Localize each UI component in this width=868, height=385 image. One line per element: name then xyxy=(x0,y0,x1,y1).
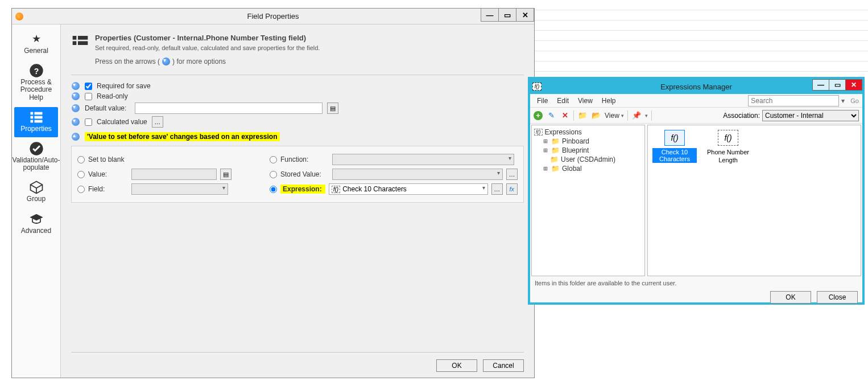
expand-required-icon[interactable] xyxy=(72,82,80,90)
radio-field[interactable] xyxy=(77,186,85,193)
svg-rect-6 xyxy=(30,120,33,122)
sidebar-item-group[interactable]: Group xyxy=(14,177,58,207)
expand-default-icon[interactable] xyxy=(72,104,80,112)
list-icon xyxy=(28,112,44,123)
tree-pinboard[interactable]: ⊞📁Pinboard xyxy=(534,137,642,146)
tree-global[interactable]: ⊞📁Global xyxy=(534,164,642,173)
close-button[interactable]: ✕ xyxy=(516,8,534,22)
calculated-checkbox[interactable] xyxy=(85,118,92,126)
item-label: Phone Number Length xyxy=(707,149,749,163)
radio-value-label: Value: xyxy=(88,170,128,178)
expression-browse-button[interactable]: … xyxy=(491,183,503,195)
edit-icon[interactable]: ✎ xyxy=(546,110,556,121)
more-suffix: ) for more options xyxy=(172,58,226,65)
tree-user[interactable]: 📁User (CSDAdmin) xyxy=(534,155,642,164)
sidebar-item-label: Advanced xyxy=(21,227,51,235)
tree-blueprint[interactable]: ⊞📁Blueprint xyxy=(534,146,642,155)
sidebar-item-properties[interactable]: Properties xyxy=(14,107,58,137)
ok-button[interactable]: OK xyxy=(436,359,477,372)
tree-root[interactable]: f()Expressions xyxy=(534,128,642,137)
menu-help[interactable]: Help xyxy=(598,96,619,106)
maximize-button[interactable]: ▭ xyxy=(829,79,846,91)
expand-readonly-icon[interactable] xyxy=(72,92,80,100)
folder-icon: 📁 xyxy=(551,165,560,173)
close-button[interactable]: ✕ xyxy=(845,79,862,91)
body: f()Expressions ⊞📁Pinboard ⊞📁Blueprint 📁U… xyxy=(530,124,862,277)
radio-value[interactable] xyxy=(77,171,85,178)
maximize-button[interactable]: ▭ xyxy=(498,8,516,22)
menu-edit[interactable]: Edit xyxy=(553,96,572,106)
titlebar[interactable]: Field Properties — ▭ ✕ xyxy=(12,9,534,24)
go-button[interactable]: Go xyxy=(850,97,859,104)
value-picker-button[interactable]: ▤ xyxy=(220,169,232,180)
default-value-picker-button[interactable]: ▤ xyxy=(327,103,338,114)
separator xyxy=(573,110,574,121)
radio-blank[interactable] xyxy=(77,156,85,163)
value-before-save-panel: Set to blank Value: ▤ Field: xyxy=(71,146,524,203)
calculated-label: Calculated value xyxy=(97,118,147,126)
vbs-label: 'Value to set before save' changes based… xyxy=(85,132,280,141)
add-icon[interactable]: + xyxy=(534,111,543,120)
svg-rect-3 xyxy=(34,112,42,114)
menu-bar: File Edit View Help ▾ Go xyxy=(530,94,862,108)
stored-dropdown[interactable] xyxy=(332,169,503,180)
association-label: Association: xyxy=(723,112,760,120)
content-title: Properties (Customer - Internal.Phone Nu… xyxy=(95,34,320,42)
pin-icon[interactable]: 📌 xyxy=(631,110,642,121)
field-dropdown[interactable] xyxy=(131,183,228,195)
fx-icon: f() xyxy=(534,129,543,136)
item-check-10-characters[interactable]: f() Check 10 Characters xyxy=(652,130,697,163)
pin-dropdown-icon[interactable]: ▾ xyxy=(645,113,648,118)
value-input[interactable] xyxy=(131,169,217,180)
radio-blank-label: Set to blank xyxy=(88,155,128,163)
ok-button[interactable]: OK xyxy=(770,291,811,304)
view-menu[interactable]: View▾ xyxy=(605,112,624,120)
calculated-options-button[interactable]: … xyxy=(152,116,163,128)
readonly-label: Read-only xyxy=(97,92,128,100)
fx-icon: f() xyxy=(718,130,738,146)
titlebar[interactable]: f() Expressions Manager — ▭ ✕ xyxy=(530,79,862,94)
minimize-button[interactable]: — xyxy=(812,79,829,91)
fx-icon: f() xyxy=(664,130,685,146)
radio-stored[interactable] xyxy=(270,171,277,178)
expression-dropdown[interactable]: f() Check 10 Characters xyxy=(329,183,488,195)
minimize-button[interactable]: — xyxy=(481,8,499,22)
sidebar-item-validation[interactable]: Validation/Auto-populate xyxy=(14,138,58,176)
item-phone-number-length[interactable]: f() Phone Number Length xyxy=(706,130,750,164)
svg-text:?: ? xyxy=(34,67,39,76)
graduation-cap-icon xyxy=(28,214,44,225)
menu-file[interactable]: File xyxy=(534,96,551,106)
cancel-button[interactable]: Cancel xyxy=(483,359,524,372)
close-button[interactable]: Close xyxy=(817,291,858,304)
readonly-checkbox[interactable] xyxy=(85,93,92,100)
collapse-vbs-icon[interactable] xyxy=(72,133,80,141)
expand-calculated-icon[interactable] xyxy=(72,118,80,126)
svg-rect-4 xyxy=(30,116,33,118)
search-input[interactable] xyxy=(748,95,839,107)
sidebar-item-label: Process & Procedure Help xyxy=(15,79,57,101)
sidebar-item-label: Properties xyxy=(20,125,52,133)
more-options-hint: Press on the arrows ( ) for more options xyxy=(95,58,524,65)
required-checkbox[interactable] xyxy=(85,83,92,90)
required-label: Required for save xyxy=(97,82,151,90)
sidebar-item-general[interactable]: ★ General xyxy=(14,29,58,59)
svg-rect-9 xyxy=(73,36,77,40)
association-dropdown[interactable]: Customer - Internal xyxy=(762,110,859,121)
stored-browse-button[interactable]: … xyxy=(506,169,518,180)
search-dropdown-icon[interactable]: ▾ xyxy=(841,97,845,105)
radio-expression[interactable] xyxy=(270,186,277,193)
folder-add-icon[interactable]: 📁 xyxy=(577,110,588,121)
delete-icon[interactable]: ✕ xyxy=(560,110,570,121)
menu-view[interactable]: View xyxy=(574,96,596,106)
function-dropdown[interactable] xyxy=(332,154,514,165)
svg-rect-2 xyxy=(30,112,33,114)
sidebar-item-advanced[interactable]: Advanced xyxy=(14,209,58,239)
sidebar-item-help[interactable]: ? Process & Procedure Help xyxy=(14,60,58,106)
folder-icon: 📁 xyxy=(551,146,560,154)
radio-function[interactable] xyxy=(270,156,277,163)
folder-icon[interactable]: 📂 xyxy=(591,110,601,121)
tree-view[interactable]: f()Expressions ⊞📁Pinboard ⊞📁Blueprint 📁U… xyxy=(531,125,645,276)
expression-edit-button[interactable]: fx xyxy=(506,183,518,195)
default-value-input[interactable] xyxy=(135,103,323,114)
field-properties-window: Field Properties — ▭ ✕ ★ General ? Proce… xyxy=(11,8,535,378)
